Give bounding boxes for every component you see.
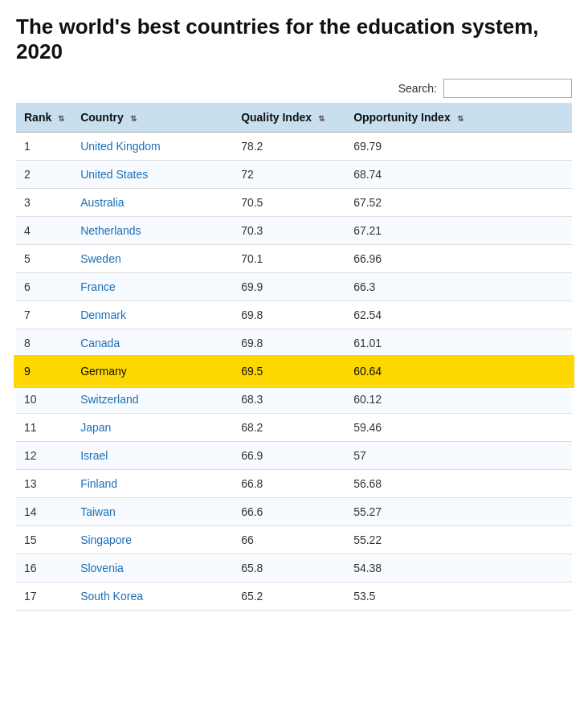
cell-quality: 69.5 [233,358,345,386]
cell-country: Netherlands [72,217,233,245]
cell-country: United States [72,161,233,189]
table-row: 4Netherlands70.367.21 [16,217,572,245]
cell-quality: 78.2 [233,133,345,161]
cell-country: Switzerland [72,386,233,414]
cell-opportunity: 56.68 [345,470,572,498]
table-row: 14Taiwan66.655.27 [16,498,572,526]
cell-rank: 14 [16,498,72,526]
cell-opportunity: 66.96 [345,245,572,273]
cell-rank: 13 [16,470,72,498]
cell-country: United Kingdom [72,133,233,161]
cell-rank: 6 [16,273,72,301]
cell-quality: 65.8 [233,554,345,582]
cell-rank: 1 [16,133,72,161]
cell-quality: 70.1 [233,245,345,273]
rank-sort-icon[interactable]: ⇅ [58,114,64,123]
table-row: 17South Korea65.253.5 [16,582,572,611]
cell-opportunity: 67.52 [345,189,572,217]
cell-opportunity: 60.12 [345,386,572,414]
cell-opportunity: 61.01 [345,329,572,358]
cell-quality: 69.9 [233,273,345,301]
cell-rank: 4 [16,217,72,245]
cell-country: Finland [72,470,233,498]
cell-country: Germany [72,358,233,386]
search-input[interactable] [443,79,572,98]
page-title: The world's best countries for the educa… [16,14,572,64]
cell-country: Singapore [72,526,233,554]
opportunity-sort-icon[interactable]: ⇅ [457,114,463,123]
search-label: Search: [398,82,437,95]
cell-rank: 16 [16,554,72,582]
cell-rank: 7 [16,301,72,329]
cell-opportunity: 55.22 [345,526,572,554]
countries-table: Rank ⇅ Country ⇅ Quality Index ⇅ Opportu… [16,103,572,611]
cell-country: Sweden [72,245,233,273]
cell-rank: 15 [16,526,72,554]
cell-quality: 70.3 [233,217,345,245]
cell-quality: 68.2 [233,414,345,442]
cell-opportunity: 62.54 [345,301,572,329]
cell-opportunity: 67.21 [345,217,572,245]
cell-rank: 3 [16,189,72,217]
col-rank[interactable]: Rank ⇅ [16,103,72,133]
cell-quality: 68.3 [233,386,345,414]
table-row: 7Denmark69.862.54 [16,301,572,329]
cell-rank: 10 [16,386,72,414]
cell-rank: 8 [16,329,72,358]
table-row: 2United States7268.74 [16,161,572,189]
cell-country: Australia [72,189,233,217]
cell-quality: 66.9 [233,442,345,470]
country-sort-icon[interactable]: ⇅ [130,114,137,123]
cell-quality: 69.8 [233,301,345,329]
cell-quality: 66.8 [233,470,345,498]
table-row: 6France69.966.3 [16,273,572,301]
table-body: 1United Kingdom78.269.792United States72… [16,133,572,611]
cell-rank: 9 [16,358,72,386]
cell-opportunity: 53.5 [345,582,572,611]
table-row: 10Switzerland68.360.12 [16,386,572,414]
cell-opportunity: 54.38 [345,554,572,582]
table-row: 13Finland66.856.68 [16,470,572,498]
cell-opportunity: 69.79 [345,133,572,161]
col-quality[interactable]: Quality Index ⇅ [233,103,345,133]
quality-sort-icon[interactable]: ⇅ [318,114,325,123]
cell-rank: 12 [16,442,72,470]
cell-opportunity: 60.64 [345,358,572,386]
col-opportunity[interactable]: Opportunity Index ⇅ [345,103,572,133]
cell-quality: 65.2 [233,582,345,611]
table-row: 8Canada69.861.01 [16,329,572,358]
table-row: 11Japan68.259.46 [16,414,572,442]
cell-opportunity: 66.3 [345,273,572,301]
table-row: 16Slovenia65.854.38 [16,554,572,582]
cell-quality: 70.5 [233,189,345,217]
table-row: 12Israel66.957 [16,442,572,470]
cell-opportunity: 68.74 [345,161,572,189]
cell-country: South Korea [72,582,233,611]
cell-rank: 2 [16,161,72,189]
cell-quality: 66 [233,526,345,554]
cell-country: France [72,273,233,301]
cell-quality: 69.8 [233,329,345,358]
cell-country: Taiwan [72,498,233,526]
cell-quality: 72 [233,161,345,189]
cell-quality: 66.6 [233,498,345,526]
cell-rank: 11 [16,414,72,442]
cell-opportunity: 57 [345,442,572,470]
table-row: 15Singapore6655.22 [16,526,572,554]
cell-rank: 17 [16,582,72,611]
search-bar: Search: [16,79,572,98]
table-row: 1United Kingdom78.269.79 [16,133,572,161]
table-header: Rank ⇅ Country ⇅ Quality Index ⇅ Opportu… [16,103,572,133]
cell-country: Slovenia [72,554,233,582]
cell-opportunity: 59.46 [345,414,572,442]
cell-rank: 5 [16,245,72,273]
table-row: 9Germany69.560.64 [16,358,572,386]
cell-country: Canada [72,329,233,358]
cell-country: Japan [72,414,233,442]
table-row: 5Sweden70.166.96 [16,245,572,273]
table-row: 3Australia70.567.52 [16,189,572,217]
cell-country: Denmark [72,301,233,329]
cell-country: Israel [72,442,233,470]
cell-opportunity: 55.27 [345,498,572,526]
col-country[interactable]: Country ⇅ [72,103,233,133]
